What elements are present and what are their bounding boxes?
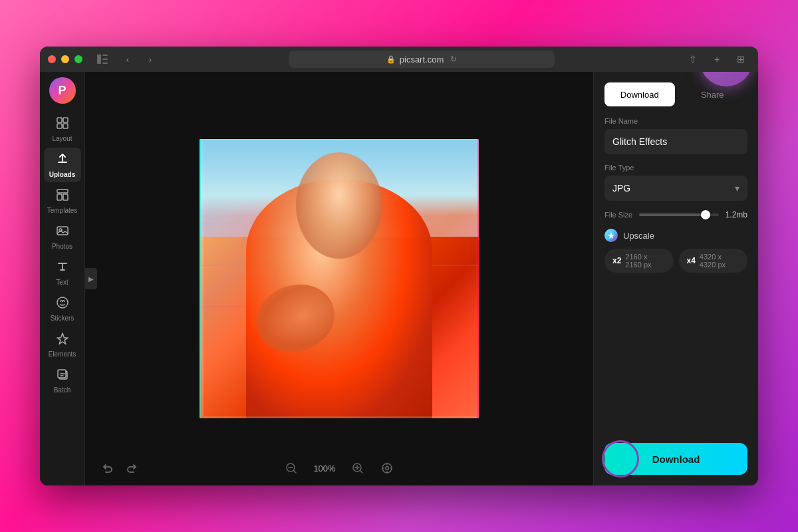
svg-rect-10 — [63, 194, 68, 200]
back-button[interactable]: ‹ — [118, 50, 137, 68]
app-sidebar: P Layout — [40, 72, 85, 485]
extensions-button[interactable]: ⊞ — [732, 50, 750, 68]
slider-fill — [639, 213, 703, 216]
sidebar-label-stickers: Stickers — [51, 315, 74, 322]
zoom-controls: 100% — [282, 459, 396, 477]
svg-rect-9 — [57, 194, 62, 200]
svg-rect-4 — [57, 118, 62, 122]
upscale-x4-multiplier: x4 — [687, 256, 696, 265]
sidebar-label-uploads: Uploads — [49, 171, 75, 178]
file-size-label: File Size — [604, 211, 632, 219]
refresh-icon[interactable]: ↻ — [450, 55, 457, 64]
browser-nav: ‹ › — [93, 50, 160, 68]
file-name-field: File Name — [604, 117, 747, 154]
minimize-button[interactable] — [61, 55, 69, 63]
tab-share[interactable]: Share — [678, 82, 748, 106]
svg-rect-1 — [102, 55, 108, 56]
lock-icon: 🔒 — [386, 55, 396, 64]
tab-download[interactable]: Download — [604, 82, 675, 106]
sidebar-item-uploads[interactable]: Uploads — [44, 148, 81, 182]
sidebar-label-batch: Batch — [54, 386, 71, 394]
svg-rect-8 — [57, 190, 68, 193]
file-type-wrapper: JPG PNG WEBP PDF ▾ — [604, 176, 747, 201]
logo-text: P — [58, 84, 66, 98]
sidebar-item-templates[interactable]: Templates — [44, 184, 81, 218]
panel-footer: Download — [604, 443, 747, 475]
file-type-select[interactable]: JPG PNG WEBP PDF — [604, 176, 747, 201]
file-size-row: File Size 1.2mb — [604, 210, 747, 219]
upscale-label: Upscale — [623, 231, 654, 241]
sidebar-item-elements[interactable]: Elements — [44, 327, 81, 362]
layout-icon — [56, 116, 69, 133]
browser-actions: ⇧ + ⊞ — [684, 50, 750, 68]
canvas-collapse-button[interactable]: ▶ — [85, 268, 97, 289]
file-type-field: File Type JPG PNG WEBP PDF ▾ — [604, 164, 747, 201]
uploads-icon — [56, 152, 69, 169]
zoom-out-button[interactable] — [282, 459, 301, 477]
panel-body: File Name File Type JPG PNG WEBP PDF ▾ — [594, 106, 758, 485]
upscale-options: x2 2160 x 2160 px x4 4320 x 4320 px — [604, 249, 747, 273]
upscale-x2-dims: 2160 x 2160 px — [625, 253, 665, 269]
batch-icon — [56, 368, 69, 384]
file-name-input[interactable] — [604, 129, 747, 154]
browser-content: P Layout — [40, 72, 758, 485]
undo-button[interactable] — [98, 459, 117, 477]
canvas-image — [200, 139, 479, 418]
sidebar-label-templates: Templates — [47, 207, 78, 214]
browser-titlebar: ‹ › 🔒 picsart.com ↻ ⇧ + ⊞ — [40, 47, 758, 72]
maximize-button[interactable] — [74, 55, 82, 63]
sidebar-item-layout[interactable]: Layout — [44, 112, 81, 146]
upscale-x2-multiplier: x2 — [612, 256, 621, 265]
svg-point-19 — [386, 467, 389, 470]
new-tab-button[interactable]: + — [708, 50, 726, 68]
tab-download-label: Download — [620, 90, 659, 100]
upscale-x4-dims: 4320 x 4320 px — [700, 253, 739, 269]
sidebar-label-text: Text — [56, 279, 68, 286]
zoom-in-button[interactable] — [348, 459, 367, 477]
sidebar-toggle-button[interactable] — [93, 50, 112, 68]
file-name-label: File Name — [604, 117, 747, 125]
sidebar-label-elements: Elements — [49, 350, 76, 358]
svg-rect-11 — [57, 227, 68, 235]
upscale-row: Upscale — [604, 229, 747, 242]
upscale-section: Upscale x2 2160 x 2160 px x4 4320 x 4320… — [604, 229, 747, 273]
svg-rect-6 — [57, 124, 62, 128]
file-size-slider[interactable] — [639, 213, 718, 216]
main-canvas: ▶ — [85, 72, 593, 485]
address-bar[interactable]: 🔒 picsart.com ↻ — [289, 51, 555, 68]
share-page-button[interactable]: ⇧ — [684, 50, 702, 68]
svg-rect-3 — [102, 63, 108, 64]
app-logo[interactable]: P — [49, 77, 76, 104]
redo-button[interactable] — [122, 459, 141, 477]
file-type-label: File Type — [604, 164, 747, 172]
text-icon — [56, 260, 69, 277]
slider-thumb[interactable] — [701, 210, 710, 219]
sidebar-item-batch[interactable]: Batch — [44, 363, 81, 398]
svg-rect-0 — [97, 55, 101, 64]
sidebar-item-stickers[interactable]: Stickers — [44, 291, 81, 326]
browser-window: ‹ › 🔒 picsart.com ↻ ⇧ + ⊞ P — [40, 47, 758, 485]
svg-point-13 — [57, 297, 68, 308]
url-text: picsart.com — [400, 55, 444, 65]
templates-icon — [56, 188, 69, 205]
canvas-settings-button[interactable] — [378, 459, 396, 477]
upscale-x2-option[interactable]: x2 2160 x 2160 px — [604, 249, 674, 273]
file-size-value: 1.2mb — [726, 210, 747, 219]
stickers-icon — [56, 296, 69, 313]
sidebar-item-text[interactable]: Text — [44, 255, 81, 290]
close-button[interactable] — [48, 55, 56, 63]
upscale-x4-option[interactable]: x4 4320 x 4320 px — [679, 249, 748, 273]
zoom-level-text: 100% — [311, 464, 338, 473]
svg-rect-2 — [102, 59, 108, 60]
undo-redo-controls — [98, 459, 141, 477]
sidebar-item-photos[interactable]: Photos — [44, 219, 81, 254]
download-button[interactable]: Download — [604, 443, 747, 475]
photos-icon — [56, 224, 69, 241]
sidebar-label-photos: Photos — [52, 243, 72, 250]
download-label: Download — [652, 454, 700, 465]
elements-icon — [56, 332, 69, 348]
svg-rect-7 — [63, 124, 68, 128]
tab-share-label: Share — [701, 90, 724, 100]
svg-rect-5 — [63, 118, 68, 122]
forward-button[interactable]: › — [141, 50, 160, 68]
